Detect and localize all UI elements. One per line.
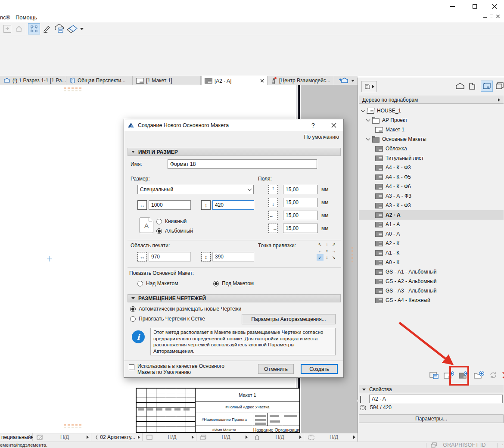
dock-icon[interactable] xyxy=(3,25,11,33)
above-layout-radio[interactable]: Над Макетом xyxy=(137,280,178,286)
tree-item-selected[interactable]: А2 - А xyxy=(359,210,504,220)
resize-grip[interactable]: .: xyxy=(501,443,503,447)
tab-master-a2-active[interactable]: [A2 - A] xyxy=(202,76,268,85)
window-close-button[interactable] xyxy=(485,2,504,11)
dialog-title-bar[interactable]: Создание Нового Основного Макета ? xyxy=(124,119,343,131)
portrait-radio[interactable]: Книжный xyxy=(156,218,187,224)
default-settings-link[interactable]: По умолчанию xyxy=(304,134,339,140)
expand-chevron-icon[interactable] xyxy=(366,137,370,141)
tab-section[interactable]: (!) 1 Разрез 1-1 [1 Ра... xyxy=(1,76,66,85)
infobar-pen[interactable]: 02 Архитекту... xyxy=(93,433,143,441)
margin-bottom-field[interactable] xyxy=(283,198,318,207)
new-layout-icon[interactable] xyxy=(443,370,454,380)
tree-item[interactable]: А3 - А - Ф3 xyxy=(359,191,504,201)
tree-item[interactable]: А3 - К - Ф3 xyxy=(359,201,504,210)
bimcloud-notes-button[interactable] xyxy=(53,24,65,35)
window-minimize-button[interactable] xyxy=(443,2,462,11)
toolbar-dropdown-arrow[interactable] xyxy=(80,28,84,30)
width-field[interactable] xyxy=(149,200,191,210)
section-name-size[interactable]: ИМЯ И РАЗМЕР xyxy=(128,148,341,156)
dialog-help-button[interactable]: ? xyxy=(306,119,320,131)
infobar-fill[interactable]: Н/Д xyxy=(34,433,91,441)
tab-perspective[interactable]: Общая Перспекти... xyxy=(67,76,133,85)
margin-right-field[interactable] xyxy=(283,224,318,233)
infobar-frame[interactable]: Н/Д xyxy=(144,433,196,441)
new-master-layout-icon[interactable] xyxy=(458,370,470,380)
dialog-close-button[interactable] xyxy=(324,119,343,131)
tree-item[interactable]: GS - А2 - Альбомный xyxy=(359,277,504,286)
anchor-b[interactable]: ↓ xyxy=(324,254,330,261)
transform-tool-button[interactable] xyxy=(28,23,40,34)
renovation-filter-button[interactable] xyxy=(65,24,78,35)
doc-restore-icon[interactable] xyxy=(490,15,493,18)
tree-item[interactable]: А0 - К xyxy=(359,258,504,267)
margin-left-field[interactable] xyxy=(283,211,318,220)
name-field[interactable] xyxy=(168,159,317,169)
doc-close-icon[interactable] xyxy=(496,15,500,18)
tree-item[interactable]: А1 - К xyxy=(359,248,504,258)
markup-tool-button[interactable] xyxy=(42,24,52,35)
tab-close-icon[interactable] xyxy=(260,79,264,83)
landscape-radio[interactable]: Альбомный xyxy=(156,228,193,234)
parameters-button[interactable]: Параметры... xyxy=(359,414,504,423)
height-field-focused[interactable] xyxy=(212,200,254,210)
tree-mode-selector[interactable]: Дерево по поднаборам xyxy=(359,96,504,104)
graphisoft-id-label[interactable]: GRAPHISOFT ID xyxy=(443,442,486,448)
delete-x-icon[interactable] xyxy=(502,371,504,379)
tree-item[interactable]: Основные Макеты xyxy=(359,134,504,144)
tree-item[interactable]: Макет 1 xyxy=(359,125,504,134)
tree-item[interactable]: А1 - А xyxy=(359,220,504,229)
teamwork-windows-icon[interactable] xyxy=(431,442,437,448)
infobar-copy[interactable]: Н/Д xyxy=(198,433,250,441)
property-name-field[interactable] xyxy=(369,395,503,403)
create-button[interactable]: Создать xyxy=(301,364,338,374)
navigator-tree-button[interactable] xyxy=(361,81,377,92)
anchor-l[interactable]: ← xyxy=(317,248,324,254)
anchor-tr[interactable]: ↗ xyxy=(330,241,337,248)
update-icon[interactable] xyxy=(488,370,498,380)
infobar-home[interactable]: Н/Д xyxy=(252,433,304,441)
infobar-dimension[interactable]: Н/Д xyxy=(306,433,358,441)
tree-item[interactable]: GS - А3 - Альбомный xyxy=(359,286,504,296)
menu-tail[interactable]: nc® xyxy=(0,14,10,21)
home-tool-icon[interactable] xyxy=(15,25,23,34)
new-subset-icon[interactable] xyxy=(473,370,485,380)
quick-view-button[interactable] xyxy=(336,76,357,85)
anchor-r[interactable]: → xyxy=(330,248,337,254)
tree-item[interactable]: А0 - А xyxy=(359,229,504,239)
tree-item[interactable]: Обложка xyxy=(359,144,504,153)
menu-help[interactable]: Помощь xyxy=(16,14,37,21)
tree-item[interactable]: А4 - К - Ф5 xyxy=(359,172,504,182)
navigator-views-button[interactable] xyxy=(468,82,479,92)
below-layout-radio[interactable]: Под Макетом xyxy=(213,280,254,286)
size-preset-dropdown[interactable]: Специальный xyxy=(137,185,254,194)
tree-item[interactable]: HOUSE_1 xyxy=(359,106,504,115)
margin-top-field[interactable] xyxy=(283,185,318,194)
navigator-layouts-button[interactable] xyxy=(481,81,493,92)
doc-minimize-icon[interactable] xyxy=(483,17,487,18)
tree-item[interactable]: А4 - К - Ф6 xyxy=(359,182,504,191)
tab-collaboration-center[interactable]: [Центр Взаимодейс... xyxy=(269,76,334,85)
section-placement[interactable]: РАЗМЕЩЕНИЕ ЧЕРТЕЖЕЙ xyxy=(128,294,341,302)
tree-item[interactable]: АР Проект xyxy=(359,115,504,125)
tree-item[interactable]: GS - А1 - Альбомный xyxy=(359,267,504,277)
anchor-br[interactable]: ↘ xyxy=(330,254,337,261)
autoplace-params-button[interactable]: Параметры Авторазмещения... xyxy=(242,314,336,324)
properties-header[interactable]: Свойства xyxy=(359,386,504,393)
anchor-point-grid[interactable]: ↖↑↗ ←•→ ↙↓↘ xyxy=(317,241,337,261)
anchor-c[interactable]: • xyxy=(324,248,330,254)
anchor-tl[interactable]: ↖ xyxy=(317,241,324,248)
tree-item[interactable]: А4 - К - Ф3 xyxy=(359,163,504,172)
tree-item[interactable]: А2 - К xyxy=(359,239,504,248)
tree-item[interactable]: GS - А4 - Книжный xyxy=(359,296,504,305)
cancel-button[interactable]: Отменить xyxy=(258,364,294,374)
expand-chevron-icon[interactable] xyxy=(366,118,370,122)
tree-item[interactable]: Титульный лист xyxy=(359,153,504,163)
tab-layout[interactable]: [1 Макет 1] xyxy=(134,76,201,85)
window-maximize-button[interactable] xyxy=(465,2,484,11)
anchor-t[interactable]: ↑ xyxy=(324,241,330,248)
anchor-bl-selected[interactable]: ↙ xyxy=(317,254,324,261)
navigator-model-button[interactable] xyxy=(455,82,465,92)
navigator-publisher-button[interactable] xyxy=(495,82,504,92)
expand-chevron-icon[interactable] xyxy=(361,108,365,112)
